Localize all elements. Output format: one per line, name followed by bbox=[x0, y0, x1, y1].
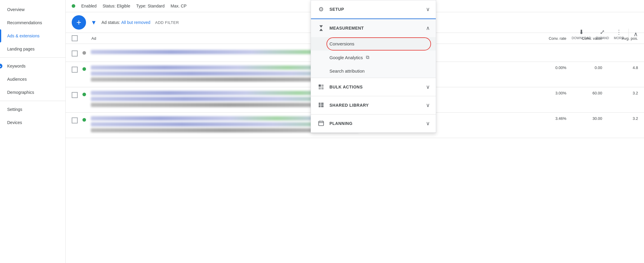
svg-marker-1 bbox=[320, 29, 323, 31]
planning-header[interactable]: PLANNING ∨ bbox=[311, 114, 436, 132]
sidebar-item-overview[interactable]: Overview bbox=[0, 3, 65, 16]
svg-rect-9 bbox=[321, 103, 323, 104]
sidebar-item-label: Demographics bbox=[7, 90, 34, 95]
svg-rect-3 bbox=[321, 85, 323, 87]
row-checkbox[interactable] bbox=[72, 92, 78, 98]
chevron-down-icon: ∨ bbox=[426, 84, 430, 90]
planning-title: PLANNING bbox=[329, 121, 422, 126]
shared-library-header[interactable]: SHARED LIBRARY ∨ bbox=[311, 96, 436, 114]
planning-section: PLANNING ∨ bbox=[311, 114, 436, 133]
expand-icon: ⤢ bbox=[600, 28, 605, 36]
shared-library-title: SHARED LIBRARY bbox=[329, 103, 422, 108]
sidebar-item-label: Audiences bbox=[7, 77, 27, 82]
sidebar-item-ads-extensions[interactable]: Ads & extensions bbox=[0, 29, 65, 42]
add-button[interactable]: + bbox=[72, 15, 86, 30]
row-conv-value: 60.00 bbox=[578, 91, 602, 95]
toolbar-divider bbox=[628, 29, 629, 39]
row-checkbox[interactable] bbox=[72, 117, 78, 123]
conversions-label: Conversions bbox=[329, 41, 354, 46]
row-status-dot bbox=[82, 93, 86, 96]
filter-icon[interactable]: ▼ bbox=[91, 19, 97, 26]
sidebar-item-label: Recommendations bbox=[7, 20, 42, 25]
sidebar-item-audiences[interactable]: Audiences bbox=[0, 73, 65, 86]
download-button[interactable]: ⬇ DOWNLOAD bbox=[572, 28, 591, 40]
row-conv-value: 0.00 bbox=[578, 65, 602, 70]
row-values: 3.00% 60.00 3.2 bbox=[542, 91, 638, 95]
sidebar-item-label: Keywords bbox=[7, 64, 25, 68]
sidebar-item-label: Devices bbox=[7, 120, 22, 125]
sidebar-item-label: Settings bbox=[7, 107, 22, 112]
right-toolbar: ⬇ DOWNLOAD ⤢ EXPAND ⋮ MORE ∧ bbox=[572, 28, 638, 40]
enabled-label: Enabled bbox=[81, 4, 96, 8]
sidebar-item-devices[interactable]: Devices bbox=[0, 116, 65, 129]
svg-marker-0 bbox=[320, 25, 323, 27]
svg-rect-8 bbox=[319, 106, 321, 107]
status-value: Eligible bbox=[117, 4, 130, 8]
gear-icon: ⚙ bbox=[317, 5, 325, 13]
type-value: Standard bbox=[148, 4, 165, 8]
sidebar-item-demographics[interactable]: Demographics bbox=[0, 86, 65, 99]
setup-header[interactable]: ⚙ SETUP ∨ bbox=[311, 0, 436, 18]
type-label: Type: Standard bbox=[136, 4, 165, 8]
conversions-menu-item[interactable]: Conversions bbox=[311, 37, 436, 51]
sidebar-item-landing-pages[interactable]: Landing pages bbox=[0, 42, 65, 56]
collapse-button[interactable]: ∧ bbox=[634, 30, 638, 38]
expand-button[interactable]: ⤢ EXPAND bbox=[596, 28, 609, 40]
conversions-wrapper: Conversions bbox=[311, 37, 436, 51]
download-icon: ⬇ bbox=[579, 28, 584, 36]
bulk-actions-title: BULK ACTIONS bbox=[329, 85, 422, 89]
svg-rect-11 bbox=[321, 106, 323, 107]
setup-section: ⚙ SETUP ∨ bbox=[311, 0, 436, 19]
plus-icon: + bbox=[76, 18, 81, 27]
measurement-title: MEASUREMENT bbox=[329, 26, 422, 30]
ad-status-label: Ad status: All but removed bbox=[102, 20, 150, 25]
shared-library-section: SHARED LIBRARY ∨ bbox=[311, 96, 436, 114]
sidebar-divider-2 bbox=[0, 101, 65, 101]
sidebar-item-keywords[interactable]: ▶ Keywords bbox=[0, 59, 65, 73]
row-values: 3.46% 30.00 3.2 bbox=[542, 116, 638, 121]
row-status-dot bbox=[82, 51, 86, 55]
row-conv-rate: 3.00% bbox=[542, 91, 566, 95]
bulk-actions-icon bbox=[317, 83, 325, 91]
sidebar-arrow-icon: ▶ bbox=[0, 64, 2, 68]
svg-rect-7 bbox=[319, 104, 321, 105]
search-attribution-menu-item[interactable]: Search attribution bbox=[311, 64, 436, 78]
header-dot bbox=[82, 36, 87, 40]
google-analytics-menu-item[interactable]: Google Analytics ⧉ bbox=[311, 51, 436, 64]
svg-rect-10 bbox=[321, 104, 323, 105]
measurement-icon bbox=[317, 24, 325, 32]
download-label: DOWNLOAD bbox=[572, 36, 591, 40]
chevron-down-icon: ∨ bbox=[426, 102, 430, 108]
bulk-actions-header[interactable]: BULK ACTIONS ∨ bbox=[311, 78, 436, 96]
dropdown-menu: ⚙ SETUP ∨ MEASUREMENT ∧ bbox=[311, 0, 436, 133]
more-button[interactable]: ⋮ MORE bbox=[614, 28, 624, 40]
sidebar-item-label: Landing pages bbox=[7, 47, 35, 51]
header-checkbox[interactable] bbox=[72, 35, 78, 41]
row-checkbox[interactable] bbox=[72, 51, 78, 56]
measurement-section: MEASUREMENT ∧ Conversions Google Analyti… bbox=[311, 19, 436, 78]
svg-rect-12 bbox=[319, 121, 324, 126]
max-cp-label: Max. CP bbox=[171, 4, 187, 8]
google-analytics-label: Google Analytics bbox=[329, 55, 363, 60]
sidebar-divider bbox=[0, 57, 65, 58]
row-values: 0.00% 0.00 4.8 bbox=[542, 65, 638, 70]
sidebar-item-recommendations[interactable]: Recommendations bbox=[0, 16, 65, 29]
chevron-up-icon: ∧ bbox=[634, 30, 638, 38]
sidebar-item-settings[interactable]: Settings bbox=[0, 103, 65, 116]
svg-rect-2 bbox=[319, 85, 321, 87]
svg-rect-6 bbox=[319, 103, 321, 104]
row-status-dot bbox=[82, 67, 86, 71]
header-conv-rate: Conv. rate bbox=[542, 36, 566, 41]
measurement-header[interactable]: MEASUREMENT ∧ bbox=[311, 19, 436, 37]
more-icon: ⋮ bbox=[616, 28, 622, 36]
add-filter-button[interactable]: ADD FILTER bbox=[155, 20, 179, 25]
row-avg-pos: 3.2 bbox=[614, 116, 638, 121]
chevron-down-icon: ∨ bbox=[426, 6, 430, 13]
sidebar: Overview Recommendations Ads & extension… bbox=[0, 0, 66, 263]
row-checkbox[interactable] bbox=[72, 67, 78, 73]
ad-status-value[interactable]: All but removed bbox=[121, 20, 150, 25]
row-conv-rate: 3.46% bbox=[542, 116, 566, 121]
row-conv-rate: 0.00% bbox=[542, 65, 566, 70]
shared-library-icon bbox=[317, 101, 325, 109]
svg-rect-4 bbox=[319, 87, 321, 89]
